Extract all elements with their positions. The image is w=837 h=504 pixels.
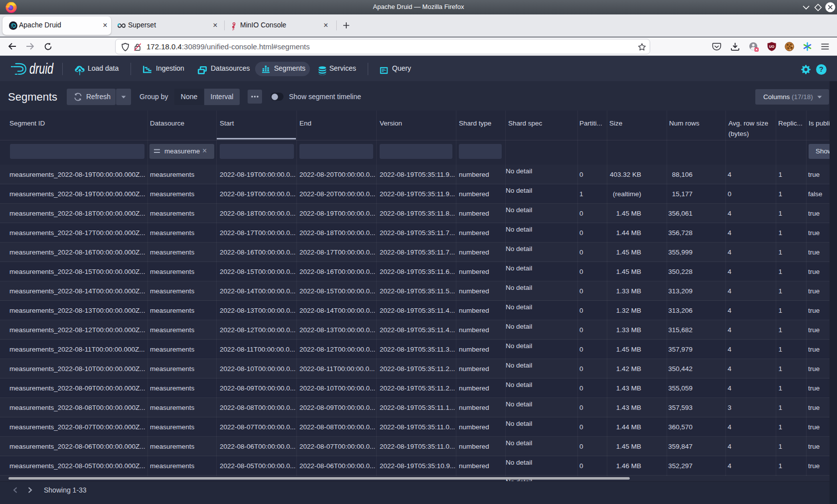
svg-text:?: ? [819, 65, 824, 73]
svg-text:UO: UO [769, 45, 775, 48]
